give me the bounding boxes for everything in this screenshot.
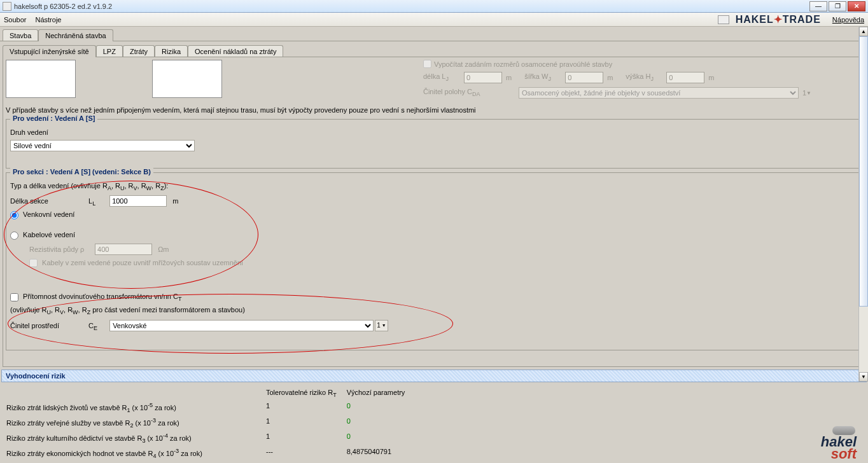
typ-label: Typ a délka vedení (ovlivňuje RA, RU, RV…	[10, 182, 858, 191]
subtab-site[interactable]: Vstupující inženýrské sítě	[3, 45, 96, 57]
table-row: Riziko ztráty kulturního dědictví ve sta…	[6, 431, 414, 445]
sub-tabs: Vstupující inženýrské sítě LPZ Ztráty Ri…	[3, 43, 865, 57]
position-factor-label: Činitel polohy CDA	[423, 88, 519, 97]
subtab-ztraty[interactable]: Ztráty	[123, 45, 155, 57]
kabely-checkbox: Kabely v zemi vedené pouze uvnitř mřížov…	[29, 259, 243, 266]
section-length-row: Délka sekce LL m	[10, 195, 858, 207]
legend-vedeni: Pro vedení : Vedení A [S]	[10, 114, 97, 122]
risk-table: Tolerovatelné riziko RT Výchozí parametr…	[5, 386, 415, 462]
menu-tools[interactable]: Nástroje	[35, 16, 61, 24]
subtab-oceneni[interactable]: Ocenění nákladů na ztráty	[188, 45, 283, 57]
window-title: hakelsoft p 62305-2 ed.2 v1.9.2	[14, 3, 808, 10]
rezistivita-row: Rezistivita půdy ρ Ωm	[29, 244, 858, 255]
cinitel-select[interactable]: Venkovské	[109, 320, 374, 331]
radio-venkovni[interactable]: Venkovní vedení	[10, 211, 74, 218]
length-input	[464, 72, 502, 83]
subtab-lpz[interactable]: LPZ	[96, 45, 123, 57]
app-icon	[3, 2, 11, 11]
calc-label: Vypočítat zadáním rozměrů osamocené prav…	[434, 60, 612, 68]
tab-stavba[interactable]: Stavba	[3, 29, 38, 41]
position-select: Osamocený objekt, žádné jiné objekty v s…	[519, 87, 799, 99]
fieldset-vedeni: Pro vedení : Vedení A [S] Druh vedení Si…	[6, 119, 862, 169]
rezistivita-input	[95, 244, 152, 255]
brand-icon	[718, 15, 729, 24]
length-label: délka LJ	[423, 73, 464, 82]
scroll-thumb[interactable]	[859, 36, 868, 307]
druh-label: Druh vedení	[10, 128, 858, 136]
scroll-up-button[interactable]: ▲	[859, 27, 868, 36]
calc-checkbox	[423, 60, 431, 68]
scroll-down-button[interactable]: ▼	[859, 372, 868, 382]
fieldset-sekce: Pro sekci : Vedení A [S] (vedeni: Sekce …	[6, 172, 862, 350]
col-tolerovatelne: Tolerovatelné riziko RT	[266, 387, 346, 399]
menu-bar: Soubor Nástroje HAKEL✦TRADE Nápověda	[0, 13, 868, 27]
tab-nechranena[interactable]: Nechráněná stavba	[38, 29, 113, 41]
width-label: šířka WJ	[524, 73, 565, 82]
width-input	[565, 72, 603, 83]
preview-box-1	[6, 60, 76, 98]
col-vychozi: Výchozí parametry	[347, 387, 414, 399]
ovlivnuje-label: (ovlivňuje RU, RV, RW, RZ pro část veden…	[10, 306, 858, 315]
subtab-rizika[interactable]: Rizika	[155, 45, 188, 57]
cinitel-row: Činitel prostředí CE Venkovské 1▼	[10, 320, 858, 331]
radio-kabelove[interactable]: Kabelové vedení	[10, 231, 75, 238]
height-label: výška HJ	[626, 73, 666, 82]
section-length-input[interactable]	[109, 195, 167, 207]
menu-file[interactable]: Soubor	[4, 16, 26, 24]
minimize-button[interactable]: —	[809, 1, 827, 11]
height-input	[666, 72, 704, 83]
risk-header: Vyhodnocení rizik	[1, 370, 867, 382]
risk-body: Tolerovatelné riziko RT Výchozí parametr…	[0, 382, 868, 463]
table-row: Riziko ztrát lidských životů ve stavbě R…	[6, 401, 414, 415]
preview-box-2	[152, 60, 222, 98]
close-button[interactable]: ✕	[848, 1, 865, 11]
maximize-button[interactable]: ❐	[829, 1, 846, 11]
note-text: V případě stavby s více než jedním připo…	[6, 106, 862, 114]
menu-help[interactable]: Nápověda	[832, 16, 864, 24]
vertical-scrollbar[interactable]: ▲ ▼	[858, 27, 868, 382]
footer-logo: hakelsoft	[821, 426, 857, 460]
brand-text: HAKEL✦TRADE	[736, 13, 821, 25]
transformer-checkbox[interactable]: Přítomnost dvovinuťového transformátoru …	[10, 293, 181, 300]
table-row: Riziko ztráty ekonomických hodnot ve sta…	[6, 446, 414, 460]
table-row: Riziko ztráty veřejné služby ve stavbě R…	[6, 416, 414, 430]
druh-select[interactable]: Silové vední	[10, 140, 195, 151]
main-tabs: Stavba Nechráněná stavba	[0, 27, 868, 41]
title-bar: hakelsoft p 62305-2 ed.2 v1.9.2 — ❐ ✕	[0, 0, 868, 13]
legend-sekce: Pro sekci : Vedení A [S] (vedeni: Sekce …	[10, 168, 153, 176]
